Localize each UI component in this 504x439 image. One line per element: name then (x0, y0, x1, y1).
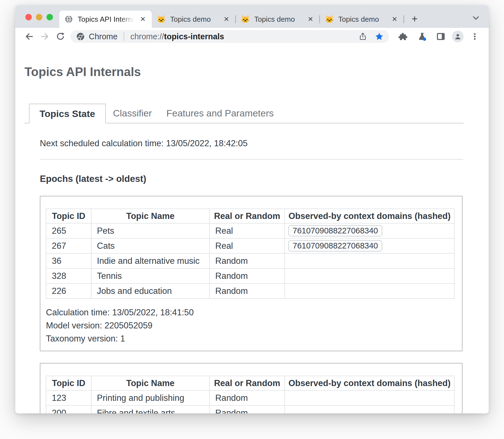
real-or-random-cell: Real (210, 223, 285, 238)
new-tab-button[interactable]: + (408, 13, 421, 25)
table-header-row: Topic ID Topic Name Real or Random Obser… (46, 376, 454, 391)
topic-name-cell: Fibre and textile arts (91, 406, 210, 414)
minimize-window-button[interactable] (36, 14, 42, 20)
page-tab-features-and-parameters[interactable]: Features and Parameters (159, 104, 281, 123)
observed-domains-cell (285, 253, 454, 269)
observed-domains-cell (285, 406, 454, 414)
page-tab-topics-state[interactable]: Topics State (29, 104, 106, 123)
topic-id-cell: 265 (46, 223, 91, 238)
cat-favicon: 🐱 (241, 15, 250, 24)
real-or-random-cell: Random (210, 269, 285, 284)
side-panel-icon[interactable] (433, 29, 449, 44)
window-controls (25, 14, 53, 20)
real-or-random-cell: Random (210, 284, 285, 299)
tab-close-icon[interactable]: ✕ (390, 15, 399, 24)
labs-flask-icon[interactable] (414, 29, 430, 44)
real-or-random-cell: Random (210, 253, 285, 269)
browser-tab[interactable]: 🐱 Topics demo ✕ (152, 11, 235, 28)
site-label: Chrome (89, 32, 118, 41)
topic-name-cell: Cats (91, 238, 210, 253)
model-version: Model version: 2205052059 (46, 319, 454, 332)
cat-favicon: 🐱 (157, 15, 166, 24)
menu-kebab-icon[interactable] (467, 29, 483, 44)
forward-button[interactable] (37, 29, 53, 44)
topic-id-cell: 200 (46, 406, 91, 414)
topic-id-cell: 36 (46, 253, 91, 269)
topic-id-cell: 123 (46, 391, 91, 406)
real-or-random-cell: Random (210, 391, 285, 406)
page-content: Topics API Internals Topics State Classi… (15, 45, 489, 413)
globe-favicon (64, 15, 73, 24)
back-button[interactable] (21, 29, 37, 44)
hashed-domain-chip: 7610709088227068340 (288, 225, 382, 236)
tab-title: Topics demo (170, 15, 220, 24)
reload-button[interactable] (53, 29, 68, 44)
url-text: chrome://topics-internals (130, 32, 358, 41)
browser-tab[interactable]: 🐱 Topics demo ✕ (236, 11, 319, 28)
topic-id-cell: 267 (46, 238, 91, 253)
topic-row: 267CatsReal7610709088227068340 (46, 238, 454, 253)
epoch-info: Calculation time: 13/05/2022, 18:41:50 M… (46, 306, 454, 345)
topic-row: 328TennisRandom (46, 269, 454, 284)
topic-row: 226Jobs and educationRandom (46, 284, 454, 299)
observed-domains-cell (285, 391, 454, 406)
topic-row: 200Fibre and textile artsRandom (46, 406, 454, 414)
col-topic-name: Topic Name (91, 376, 210, 391)
panel-divider (40, 159, 463, 160)
tab-close-icon[interactable]: ✕ (306, 15, 315, 24)
col-real-or-random: Real or Random (210, 376, 285, 391)
tab-divider (403, 15, 404, 23)
topic-id-cell: 328 (46, 269, 91, 284)
tab-strip-tabs: Topics API Internals ✕ 🐱 Topics demo ✕ 🐱… (59, 5, 404, 28)
tab-close-icon[interactable]: ✕ (138, 15, 147, 24)
col-topic-id: Topic ID (46, 376, 91, 391)
profile-avatar[interactable] (452, 31, 464, 42)
topics-table: Topic ID Topic Name Real or Random Obser… (46, 209, 454, 299)
chrome-logo-icon (76, 32, 85, 41)
col-observed-domains: Observed-by context domains (hashed) (285, 376, 454, 391)
address-bar[interactable]: Chrome chrome://topics-internals (70, 30, 389, 43)
topic-name-cell: Jobs and education (91, 284, 210, 299)
bookmark-star-icon[interactable] (375, 32, 384, 41)
topic-row: 123Printing and publishingRandom (46, 391, 454, 406)
browser-tab[interactable]: Topics API Internals ✕ (59, 11, 152, 28)
calculation-time: Calculation time: 13/05/2022, 18:41:50 (46, 306, 454, 319)
observed-domains-cell (285, 284, 454, 299)
page-tab-classifier[interactable]: Classifier (106, 104, 159, 123)
tab-title: Topics demo (338, 15, 388, 24)
page-tabs: Topics State Classifier Features and Par… (25, 104, 464, 123)
hashed-domain-chip: 7610709088227068340 (288, 240, 382, 252)
epoch-box-older: Topic ID Topic Name Real or Random Obser… (40, 363, 463, 413)
tab-strip: Topics API Internals ✕ 🐱 Topics demo ✕ 🐱… (15, 5, 489, 28)
topic-name-cell: Printing and publishing (91, 391, 210, 406)
omnibox-divider (124, 32, 124, 41)
topic-row: 265PetsReal7610709088227068340 (46, 223, 454, 238)
topic-id-cell: 226 (46, 284, 91, 299)
tab-search-chevron-icon[interactable] (470, 12, 481, 23)
tab-title: Topics API Internals (78, 15, 136, 24)
tab-close-icon[interactable]: ✕ (222, 15, 231, 24)
table-header-row: Topic ID Topic Name Real or Random Obser… (46, 209, 454, 223)
page-title: Topics API Internals (25, 65, 489, 79)
tab-title: Topics demo (254, 15, 304, 24)
extensions-puzzle-icon[interactable] (395, 29, 411, 44)
browser-tab[interactable]: 🐱 Topics demo ✕ (320, 11, 403, 28)
topic-row: 36Indie and alternative musicRandom (46, 253, 454, 269)
topics-state-panel: Next scheduled calculation time: 13/05/2… (40, 138, 463, 413)
real-or-random-cell: Real (210, 238, 285, 253)
zoom-window-button[interactable] (47, 14, 53, 20)
observed-domains-cell (285, 269, 454, 284)
taxonomy-version: Taxonomy version: 1 (46, 332, 454, 345)
next-calculation-time: Next scheduled calculation time: 13/05/2… (40, 138, 463, 148)
share-icon[interactable] (358, 32, 367, 41)
col-topic-id: Topic ID (46, 209, 91, 223)
topic-name-cell: Pets (91, 223, 210, 238)
toolbar-right-icons (395, 29, 483, 44)
close-window-button[interactable] (25, 14, 32, 20)
cat-favicon: 🐱 (325, 15, 334, 24)
observed-domains-cell: 7610709088227068340 (285, 223, 454, 238)
browser-toolbar: Chrome chrome://topics-internals (15, 28, 489, 45)
epoch-box-latest: Topic ID Topic Name Real or Random Obser… (40, 196, 463, 351)
col-observed-domains: Observed-by context domains (hashed) (285, 209, 454, 223)
topic-name-cell: Tennis (91, 269, 210, 284)
